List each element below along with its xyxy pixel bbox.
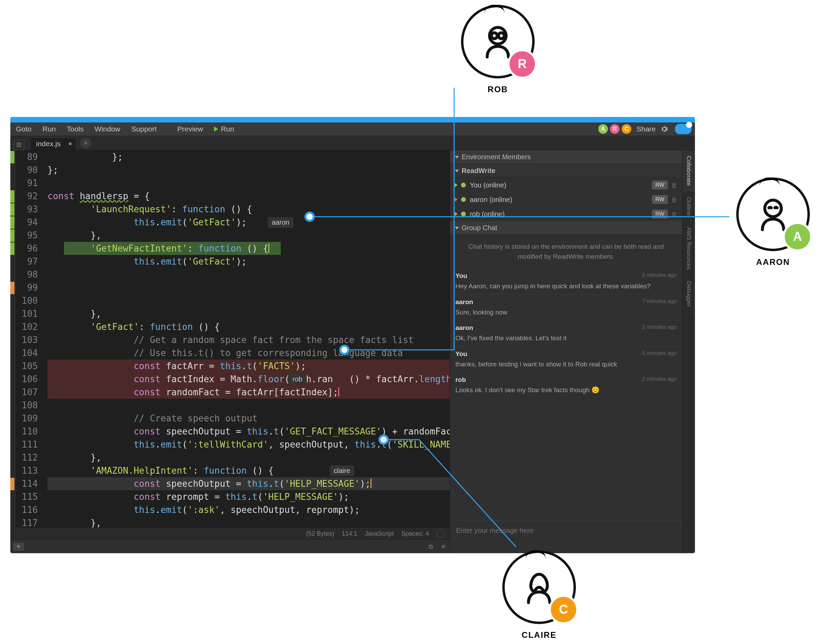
permission-badge[interactable]: RW [652, 181, 668, 190]
code-line: }, [47, 517, 450, 527]
status-spaces[interactable]: Spaces: 4 [402, 530, 429, 537]
close-panel-icon[interactable]: ✕ [439, 543, 447, 551]
msg-author: rob [456, 376, 466, 383]
menu-support[interactable]: Support [126, 125, 162, 133]
run-button[interactable]: Run [209, 125, 240, 133]
panel-toggle-icon[interactable] [14, 140, 24, 150]
gear-icon[interactable] [660, 124, 669, 134]
right-tab-strip: CollaborateOutlineAWS ResourcesDebugger [682, 150, 695, 553]
code-line [47, 399, 450, 412]
add-tab-button[interactable]: + [80, 137, 91, 149]
gutter-mark [10, 216, 15, 229]
msg-author: You [456, 272, 467, 280]
line-number: 115 [16, 490, 42, 503]
run-label: Run [221, 125, 234, 133]
side-tab-debugger[interactable]: Debugger [683, 276, 695, 313]
cloud-icon[interactable] [675, 124, 692, 134]
line-number: 111 [16, 438, 42, 451]
avatar-ring: A [736, 178, 810, 251]
maximize-icon[interactable]: ⧉ [427, 543, 435, 551]
code-line: this.emit('GetFact'); [47, 255, 450, 268]
side-tab-aws-resources[interactable]: AWS Resources [683, 222, 695, 276]
line-number: 93 [16, 203, 42, 216]
status-language[interactable]: JavaScript [365, 530, 394, 537]
tab-label: index.js [36, 140, 60, 148]
collaborator-avatar[interactable]: R [610, 124, 620, 134]
line-number: 110 [16, 425, 42, 438]
code-line: }, [47, 451, 450, 464]
code-line: const reprompt = this.t('HELP_MESSAGE'); [47, 490, 450, 503]
menu-run[interactable]: Run [37, 125, 62, 133]
chat-input[interactable]: Enter your message here [450, 520, 682, 553]
gutter-mark [10, 203, 15, 216]
play-icon [214, 126, 218, 132]
line-number: 108 [16, 399, 42, 412]
code-line: // Use this.t() to get corresponding lan… [47, 347, 450, 360]
trash-icon[interactable]: 🗑 [671, 196, 678, 203]
code-line: // Create speech output [47, 412, 450, 425]
share-button[interactable]: Share [637, 125, 656, 133]
trash-icon[interactable]: 🗑 [671, 182, 678, 188]
msg-text: Hey Aaron, can you jump in here quick an… [456, 282, 677, 291]
msg-time: 2 minutes ago [642, 376, 677, 382]
msg-text: thanks, before testing i want to show it… [456, 360, 677, 369]
side-tab-outline[interactable]: Outline [683, 191, 695, 222]
avatar-ring: .persona:nth-of-type(1) .ring:before{bor… [461, 5, 535, 78]
gutter-mark [10, 478, 15, 490]
permission-badge[interactable]: RW [652, 209, 668, 219]
gutter-mark [10, 242, 15, 255]
code-line: 'AMAZON.HelpIntent': function () { [47, 464, 450, 477]
code-line: 'GetNewFactIntent': function () { [47, 242, 450, 255]
msg-author: aaron [456, 324, 474, 331]
permission-badge[interactable]: RW [652, 195, 668, 204]
code-line [47, 177, 450, 190]
side-tab-collaborate[interactable]: Collaborate [683, 150, 695, 191]
code-line: const factIndex = Math.floor(Math.ran ()… [47, 373, 450, 386]
line-number: 101 [16, 307, 42, 320]
code-line: }; [47, 163, 450, 177]
code-line [47, 281, 450, 294]
trash-icon[interactable]: 🗑 [671, 211, 678, 217]
ide-window: GotoRunToolsWindowSupport Preview Run AR… [10, 117, 695, 553]
chat-message: aaron5 minutes agoOk, I've fixed the var… [450, 320, 682, 347]
code-line [47, 294, 450, 307]
menu-window[interactable]: Window [89, 125, 126, 133]
line-number: 116 [16, 503, 42, 517]
msg-author: aaron [456, 298, 474, 306]
code-editor[interactable]: 8990919293949596979899100101102103104105… [10, 150, 450, 553]
code-line: const speechOutput = this.t('GET_FACT_ME… [47, 425, 450, 438]
menu-tools[interactable]: Tools [61, 125, 89, 133]
persona-name: AARON [736, 257, 810, 267]
window-titlebar [10, 117, 695, 123]
add-terminal-button[interactable]: + [13, 543, 24, 551]
line-number: 90 [16, 163, 42, 177]
status-gear-icon[interactable] [437, 530, 445, 538]
gutter-mark [10, 151, 15, 163]
code-line: 'GetFact': function () { [47, 320, 450, 333]
code-line [47, 268, 450, 281]
avatar-badge: C [549, 595, 578, 624]
member-row[interactable]: You (online)RW🗑 [450, 178, 682, 192]
chat-message: aaron7 minutes agoSure, looking now [450, 294, 682, 320]
readwrite-header[interactable]: ReadWrite [450, 164, 682, 178]
collaborate-panel: Environment Members ReadWrite You (onlin… [450, 150, 682, 553]
collaborator-avatar[interactable]: A [598, 124, 608, 134]
svg-point-6 [765, 200, 781, 217]
status-bytes: (52 Bytes) [306, 530, 335, 537]
member-row[interactable]: rob (online)RW🗑 [450, 207, 682, 221]
code-line: // Get a random space fact from the spac… [47, 333, 450, 347]
tab-dirty-icon [69, 142, 72, 145]
chat-panel-header[interactable]: Group Chat [450, 221, 682, 235]
members-panel-header[interactable]: Environment Members [450, 150, 682, 164]
chat-info-text: Chat history is stored on the environmen… [450, 235, 682, 268]
menu-goto[interactable]: Goto [10, 125, 37, 133]
editor-tab[interactable]: index.js [29, 137, 77, 150]
preview-button[interactable]: Preview [171, 125, 209, 133]
msg-time: 7 minutes ago [642, 298, 677, 304]
member-row[interactable]: aaron (online)RW🗑 [450, 192, 682, 207]
collaborator-avatar[interactable]: C [622, 124, 631, 134]
code-line: const factArr = this.t('FACTS'); [47, 360, 450, 373]
status-position: 114:1 [342, 530, 358, 537]
line-number: 106 [16, 373, 42, 386]
code-line: const randomFact = factArr[factIndex]; [47, 386, 450, 399]
